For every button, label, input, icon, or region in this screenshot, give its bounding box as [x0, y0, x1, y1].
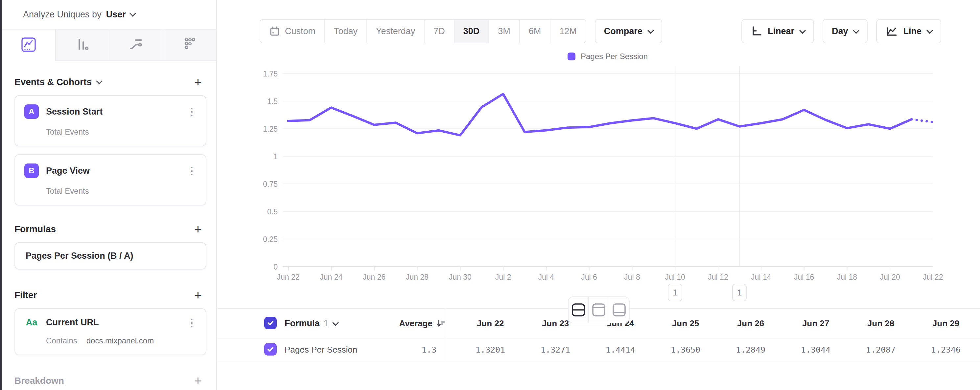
analyze-uniques-value[interactable]: User — [106, 10, 126, 20]
report-type-tabs — [2, 30, 216, 61]
filter-value[interactable]: docs.mixpanel.com — [86, 336, 154, 346]
breakdown-title: Breakdown — [14, 376, 64, 386]
formula-group-label: Formula — [285, 319, 320, 328]
date-value-cells: 1.32011.32711.44141.36501.28491.30441.20… — [458, 338, 980, 361]
date-value: 1.3271 — [523, 338, 588, 361]
filter-section-header: Filter + — [14, 290, 206, 300]
report-main-area: CustomTodayYesterday7D30D3M6M12M Compare… — [218, 0, 980, 390]
annotation-badge-jul-13[interactable]: 1 — [732, 284, 747, 301]
date-header[interactable]: Jun 29 — [913, 309, 978, 338]
date-value: 1.4414 — [588, 338, 653, 361]
chevron-down-icon[interactable] — [129, 10, 136, 17]
sidebar-content: Events & Cohorts + A Session Start ⋮ Tot… — [2, 77, 216, 386]
y-tick-label: 1.25 — [263, 125, 278, 133]
breakdown-section-header: Breakdown + — [14, 376, 206, 386]
pages-per-session-line-chart[interactable]: 00.250.50.7511.251.51.75Jun 22Jun 24Jun … — [218, 0, 980, 309]
formula-card[interactable]: Pages Per Session (B / A) — [14, 242, 206, 270]
tab-funnels[interactable] — [55, 30, 109, 61]
layout-toggle-group — [568, 296, 630, 323]
date-header[interactable]: Jun 26 — [718, 309, 783, 338]
filter-operator[interactable]: Contains — [46, 336, 77, 346]
row-checkbox[interactable] — [264, 343, 277, 355]
events-cohorts-section-header: Events & Cohorts + — [14, 77, 206, 87]
y-tick-label: 0 — [274, 263, 278, 271]
average-label: Average — [399, 319, 433, 328]
kebab-menu-icon[interactable]: ⋮ — [187, 166, 197, 176]
date-header[interactable]: Jun 27 — [783, 309, 848, 338]
formula-group-header[interactable]: Formula 1 — [285, 309, 338, 338]
bar-chart-icon — [74, 36, 91, 54]
select-all-checkbox[interactable] — [264, 317, 277, 329]
event-aggregation[interactable]: Total Events — [46, 127, 197, 136]
x-tick-label: Jul 4 — [538, 273, 554, 281]
check-icon — [267, 319, 274, 327]
date-column-headers: Jun 22Jun 23Jun 24Jun 25Jun 26Jun 27Jun … — [458, 309, 980, 338]
x-tick-label: Jul 22 — [923, 273, 943, 281]
y-tick-label: 1.75 — [263, 70, 278, 78]
x-tick-label: Jul 16 — [794, 273, 814, 281]
query-builder-sidebar: Analyze Uniques by User — [0, 0, 217, 390]
add-formula-button[interactable]: + — [194, 224, 202, 234]
insights-chart-icon — [21, 36, 37, 54]
filter-title: Filter — [14, 290, 37, 300]
date-header[interactable]: Jun 25 — [653, 309, 718, 338]
analyze-uniques-label: Analyze Uniques by — [23, 10, 102, 20]
x-tick-label: Jul 12 — [708, 273, 728, 281]
average-column-header[interactable]: Average — [336, 309, 445, 338]
y-tick-label: 1.5 — [267, 97, 278, 106]
check-icon — [267, 346, 274, 353]
date-header[interactable]: Jun 28 — [848, 309, 913, 338]
kebab-menu-icon[interactable]: ⋮ — [187, 107, 197, 117]
formulas-title: Formulas — [14, 224, 56, 235]
property-type-icon: Aa — [24, 317, 39, 328]
x-tick-label: Jul 14 — [751, 273, 771, 281]
x-tick-label: Jul 18 — [837, 273, 857, 281]
layout-toggle-table[interactable] — [609, 297, 629, 323]
add-filter-button[interactable]: + — [194, 290, 202, 300]
split-view-icon — [571, 302, 586, 318]
x-tick-label: Jun 28 — [406, 273, 428, 281]
events-cohorts-title: Events & Cohorts — [14, 77, 92, 87]
x-tick-label: Jul 2 — [495, 273, 511, 281]
x-tick-label: Jul 20 — [880, 273, 900, 281]
series-line-solid — [288, 94, 912, 135]
date-value: 1.3650 — [653, 338, 718, 361]
x-tick-label: Jun 22 — [277, 273, 299, 281]
series-line-dotted-incomplete — [912, 119, 933, 122]
annotation-badge-jul-10[interactable]: 1 — [668, 284, 682, 301]
grid-dots-icon — [181, 36, 198, 54]
formula-expression[interactable]: Pages Per Session (B / A) — [25, 251, 134, 261]
mixpanel-insights-app: Analyze Uniques by User — [0, 0, 980, 390]
filter-property-name[interactable]: Current URL — [46, 317, 99, 328]
event-name[interactable]: Session Start — [46, 107, 103, 117]
add-breakdown-button[interactable]: + — [194, 376, 202, 386]
filter-card-current-url[interactable]: Aa Current URL ⋮ Contains docs.mixpanel.… — [14, 308, 206, 355]
event-name[interactable]: Page View — [46, 166, 90, 176]
x-tick-label: Jul 10 — [665, 273, 685, 281]
event-aggregation[interactable]: Total Events — [46, 187, 197, 196]
y-tick-label: 0.5 — [267, 208, 278, 216]
event-card-page-view[interactable]: B Page View ⋮ Total Events — [14, 154, 206, 206]
x-tick-label: Jun 26 — [363, 273, 385, 281]
event-card-session-start[interactable]: A Session Start ⋮ Total Events — [14, 95, 206, 146]
layout-toggle-chart[interactable] — [588, 297, 609, 323]
date-value: 1.2087 — [848, 338, 913, 361]
y-tick-label: 0.75 — [263, 180, 278, 189]
add-event-button[interactable]: + — [194, 77, 202, 87]
x-tick-label: Jun 30 — [449, 273, 472, 281]
flow-icon — [127, 36, 145, 54]
date-value: 1.2849 — [718, 338, 783, 361]
date-header[interactable]: Jun 22 — [458, 309, 523, 338]
x-tick-label: Jul 6 — [581, 273, 597, 281]
chart-view-icon — [591, 302, 606, 318]
tab-flows[interactable] — [109, 30, 163, 61]
tab-insights[interactable] — [2, 30, 55, 61]
formulas-section-header: Formulas + — [14, 224, 206, 235]
event-letter-chip: B — [24, 163, 39, 178]
tab-retention[interactable] — [163, 30, 216, 61]
layout-toggle-split[interactable] — [568, 297, 588, 323]
chevron-down-icon[interactable] — [96, 78, 103, 84]
date-value: 1.2346 — [913, 338, 978, 361]
x-tick-label: Jun 24 — [320, 273, 342, 281]
kebab-menu-icon[interactable]: ⋮ — [187, 318, 197, 328]
